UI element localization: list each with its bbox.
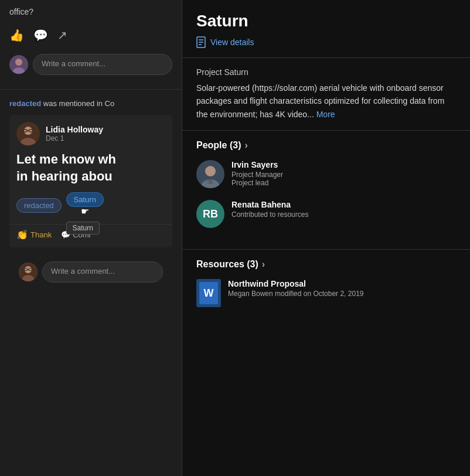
top-commenter-avatar [9, 55, 28, 74]
renata-info: Renata Bahena Contributed to resources [231, 200, 308, 219]
resources-section-label: Resources (3) [196, 259, 258, 270]
author-avatar [16, 122, 40, 145]
irvin-avatar [196, 160, 224, 188]
view-details-label: View details [210, 38, 254, 47]
saturn-tooltip: Saturn [66, 222, 100, 234]
irvin-name: Irvin Sayers [231, 160, 283, 169]
people-section-heading[interactable]: People (3) › [196, 140, 456, 151]
irvin-sub: Project lead [231, 179, 283, 187]
renata-avatar: RB [196, 200, 224, 228]
project-description: Solar-powered (https://solar.com) aerial… [196, 81, 456, 121]
thank-reaction-btn[interactable]: 👏 Thank [16, 229, 52, 240]
resources-section: Resources (3) › W Northwind Proposal Meg… [182, 250, 470, 328]
panel-title: Saturn [196, 12, 456, 30]
clap-emoji: 👏 [16, 229, 28, 240]
tag-saturn[interactable]: Saturn [66, 192, 104, 207]
tag-redacted[interactable]: redacted [16, 198, 62, 213]
mentioned-section: redacted was mentioned in Co [0, 90, 182, 290]
post-tags: redacted Saturn ☛ Saturn [9, 191, 172, 224]
doc-page-icon [196, 36, 206, 48]
person-item-renata: RB Renata Bahena Contributed to resource… [196, 200, 456, 228]
post-card: Lidia Holloway Dec 1 Let me know wh in h… [9, 115, 172, 247]
post-content-line1: Let me know wh [16, 152, 116, 166]
cursor-pointer-icon: ☛ [66, 206, 104, 217]
svg-rect-23 [209, 179, 212, 184]
northwind-sub: Megan Bowen modified on October 2, 2019 [228, 290, 363, 298]
post-content: Let me know wh in hearing abou [9, 149, 172, 191]
northwind-info: Northwind Proposal Megan Bowen modified … [228, 279, 363, 298]
right-panel: Saturn View details Project Saturn Solar… [182, 0, 470, 476]
people-chevron-icon: › [244, 140, 247, 151]
reaction-bar: 👍 💬 ↗ [9, 23, 172, 47]
project-label: Project Saturn [196, 67, 456, 77]
irvin-info: Irvin Sayers Project Manager Project lea… [231, 160, 283, 187]
people-section-label: People (3) [196, 140, 241, 151]
thank-label: Thank [30, 230, 52, 239]
left-panel: office? 👍 💬 ↗ Write a comment... redacte… [0, 0, 182, 476]
irvin-role: Project Manager [231, 171, 283, 179]
project-section: Project Saturn Solar-powered (https://so… [182, 58, 470, 130]
svg-point-20 [205, 166, 216, 176]
post-content-line2: in hearing abou [16, 169, 113, 183]
renata-name: Renata Bahena [231, 200, 308, 209]
post-header: Lidia Holloway Dec 1 [9, 115, 172, 149]
share-icon[interactable]: ↗ [57, 28, 67, 42]
tag-saturn-container: Saturn ☛ Saturn [66, 194, 104, 217]
person-item-irvin: Irvin Sayers Project Manager Project lea… [196, 160, 456, 188]
bottom-comment-input[interactable]: Write a comment... [42, 261, 163, 283]
panel-header: Saturn View details [182, 0, 470, 57]
bottom-commenter-avatar [19, 263, 38, 281]
mentioned-text: redacted was mentioned in Co [9, 99, 172, 108]
view-details-link[interactable]: View details [196, 36, 456, 48]
office-partial-text: office? [9, 7, 172, 16]
resources-section-heading[interactable]: Resources (3) › [196, 259, 456, 270]
resources-chevron-icon: › [262, 259, 265, 270]
post-author-name: Lidia Holloway [46, 125, 103, 134]
northwind-name: Northwind Proposal [228, 279, 363, 288]
word-doc-icon: W [196, 279, 221, 307]
mentioned-suffix: was mentioned in Co [43, 99, 114, 108]
top-comment-input[interactable]: Write a comment... [33, 54, 172, 75]
comment-bubble-icon[interactable]: 💬 [33, 28, 48, 42]
post-author-info: Lidia Holloway Dec 1 [46, 125, 103, 142]
renata-role: Contributed to resources [231, 210, 308, 219]
top-chat-area: office? 👍 💬 ↗ Write a comment... [0, 0, 182, 90]
post-date: Dec 1 [46, 134, 103, 142]
bottom-write-comment-area: Write a comment... [9, 254, 172, 290]
people-section: People (3) › Irvin Sayers Project Manage… [182, 131, 470, 249]
redacted-mention: redacted [9, 99, 41, 108]
thumbs-up-icon[interactable]: 👍 [9, 28, 24, 42]
svg-point-1 [15, 59, 22, 66]
resource-item-northwind: W Northwind Proposal Megan Bowen modifie… [196, 279, 456, 307]
more-link[interactable]: More [316, 110, 335, 119]
word-letter: W [199, 282, 218, 304]
top-write-comment-area: Write a comment... [9, 54, 172, 75]
